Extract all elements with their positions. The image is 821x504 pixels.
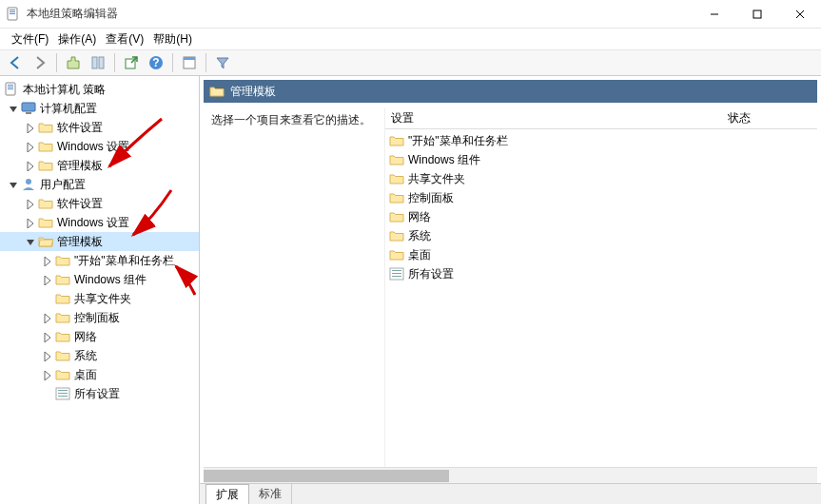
- tree-computer-software[interactable]: 软件设置: [0, 118, 199, 137]
- tree-admin-shared-folders[interactable]: 共享文件夹: [0, 289, 199, 308]
- forward-button[interactable]: [29, 51, 51, 74]
- folder-icon: [38, 196, 53, 211]
- expand-icon[interactable]: [42, 369, 53, 380]
- back-button[interactable]: [4, 51, 27, 74]
- expand-icon[interactable]: [8, 179, 19, 190]
- expand-icon[interactable]: [42, 255, 53, 266]
- close-button[interactable]: [778, 0, 821, 29]
- folder-icon: [55, 310, 70, 325]
- item-label: Windows 组件: [408, 152, 480, 168]
- folder-icon: [38, 120, 53, 135]
- filter-button[interactable]: [211, 51, 234, 74]
- tree-label: Windows 设置: [57, 139, 129, 155]
- folder-icon: [389, 133, 404, 148]
- export-button[interactable]: [120, 51, 143, 74]
- title-bar: 本地组策略编辑器: [0, 0, 821, 29]
- show-hide-tree-button[interactable]: [87, 51, 109, 74]
- content-title: 管理模板: [230, 84, 276, 100]
- tree-admin-system[interactable]: 系统: [0, 346, 199, 365]
- menu-file[interactable]: 文件(F): [8, 29, 52, 49]
- column-state[interactable]: 状态: [728, 110, 804, 126]
- expand-icon[interactable]: [42, 274, 53, 285]
- expand-icon[interactable]: [42, 350, 53, 361]
- menu-help[interactable]: 帮助(H): [149, 29, 196, 49]
- list-icon: [389, 266, 404, 281]
- folder-icon: [55, 348, 70, 363]
- properties-button[interactable]: [178, 51, 201, 74]
- list-item[interactable]: "开始"菜单和任务栏: [385, 131, 817, 150]
- tree-label: Windows 设置: [57, 215, 129, 231]
- tree-admin-desktop[interactable]: 桌面: [0, 365, 199, 384]
- tree-user-config[interactable]: 用户配置: [0, 175, 199, 194]
- tab-extended[interactable]: 扩展: [205, 484, 249, 504]
- expand-icon[interactable]: [25, 217, 36, 228]
- tree-admin-network[interactable]: 网络: [0, 327, 199, 346]
- folder-icon: [55, 329, 70, 344]
- separator: [172, 53, 173, 72]
- tree-label: 软件设置: [57, 196, 103, 212]
- list-item[interactable]: 所有设置: [385, 264, 817, 283]
- tree-computer-windows[interactable]: Windows 设置: [0, 137, 199, 156]
- policy-icon: [4, 82, 19, 97]
- tree-root[interactable]: 本地计算机 策略: [0, 80, 199, 99]
- item-label: 网络: [408, 209, 431, 225]
- list-item[interactable]: 系统: [385, 226, 817, 245]
- tree-user-software[interactable]: 软件设置: [0, 194, 199, 213]
- tree-computer-config[interactable]: 计算机配置: [0, 99, 199, 118]
- item-label: "开始"菜单和任务栏: [408, 133, 508, 149]
- tree-label: 本地计算机 策略: [23, 82, 106, 98]
- tree-label: "开始"菜单和任务栏: [74, 253, 174, 269]
- window-title: 本地组策略编辑器: [27, 6, 693, 22]
- expand-icon[interactable]: [25, 160, 36, 171]
- folder-open-icon: [38, 234, 53, 249]
- tree-label: 控制面板: [74, 310, 120, 326]
- separator: [114, 53, 115, 72]
- list-icon: [55, 386, 70, 401]
- tree-user-admin[interactable]: 管理模板: [0, 232, 199, 251]
- expand-icon[interactable]: [8, 103, 19, 114]
- tab-standard[interactable]: 标准: [248, 483, 292, 504]
- content-pane: 管理模板 选择一个项目来查看它的描述。 设置 状态 "开始"菜单和任务栏 Win…: [200, 76, 821, 504]
- list-item[interactable]: Windows 组件: [385, 150, 817, 169]
- expand-icon[interactable]: [25, 122, 36, 133]
- toolbar: [0, 49, 821, 76]
- row-list[interactable]: "开始"菜单和任务栏 Windows 组件 共享文件夹 控制面板 网络 系统 桌…: [385, 129, 817, 467]
- expand-icon[interactable]: [25, 198, 36, 209]
- folder-icon: [55, 291, 70, 306]
- column-setting[interactable]: 设置: [385, 110, 728, 126]
- expand-icon[interactable]: [42, 312, 53, 323]
- minimize-button[interactable]: [693, 0, 735, 29]
- help-button[interactable]: [145, 51, 167, 74]
- column-headers[interactable]: 设置 状态: [385, 108, 817, 129]
- folder-icon: [389, 228, 404, 243]
- scrollbar-thumb[interactable]: [204, 470, 449, 482]
- tree-admin-windows-components[interactable]: Windows 组件: [0, 270, 199, 289]
- tree-pane[interactable]: 本地计算机 策略 计算机配置 软件设置 Windows 设置 管理模板 用户配置: [0, 76, 200, 504]
- folder-icon: [55, 272, 70, 287]
- list-item[interactable]: 共享文件夹: [385, 169, 817, 188]
- menu-view[interactable]: 查看(V): [102, 29, 147, 49]
- tree-admin-control-panel[interactable]: 控制面板: [0, 308, 199, 327]
- tree-label: Windows 组件: [74, 272, 147, 288]
- horizontal-scrollbar[interactable]: [204, 467, 817, 483]
- maximize-button[interactable]: [735, 0, 778, 29]
- tree-label: 系统: [74, 348, 97, 364]
- list-item[interactable]: 网络: [385, 207, 817, 226]
- collapse-icon[interactable]: [25, 236, 36, 247]
- menu-action[interactable]: 操作(A): [54, 29, 100, 49]
- item-label: 所有设置: [408, 266, 454, 282]
- up-button[interactable]: [62, 51, 85, 74]
- folder-icon: [55, 367, 70, 382]
- list-item[interactable]: 桌面: [385, 245, 817, 264]
- expand-icon[interactable]: [42, 331, 53, 342]
- tree-computer-admin[interactable]: 管理模板: [0, 156, 199, 175]
- tree-user-windows[interactable]: Windows 设置: [0, 213, 199, 232]
- expand-icon[interactable]: [25, 141, 36, 152]
- description-panel: 选择一个项目来查看它的描述。: [204, 108, 384, 467]
- list-item[interactable]: 控制面板: [385, 188, 817, 207]
- tree-admin-start-taskbar[interactable]: "开始"菜单和任务栏: [0, 251, 199, 270]
- folder-icon: [389, 247, 404, 262]
- separator: [56, 53, 57, 72]
- tree-admin-all-settings[interactable]: 所有设置: [0, 384, 199, 403]
- folder-icon: [38, 215, 53, 230]
